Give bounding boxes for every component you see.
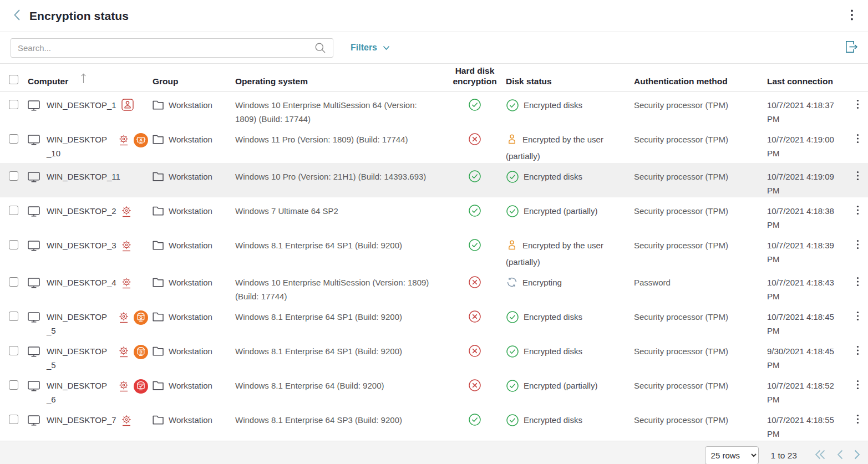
authentication-method-text: Security processor (TPM) [634, 312, 728, 322]
rows-per-page-select[interactable]: 25 rows [705, 446, 759, 464]
search-input[interactable] [18, 43, 314, 53]
authentication-method-cell: Security processor (TPM) [634, 303, 767, 338]
row-checkbox[interactable] [9, 171, 18, 181]
column-header-disk-status[interactable]: Disk status [506, 75, 634, 86]
computer-name[interactable]: WIN​_DESKTOP​_4 [47, 276, 116, 289]
column-header-group[interactable]: Group [153, 75, 235, 86]
export-button[interactable] [844, 39, 859, 57]
authentication-method-text: Security processor (TPM) [634, 346, 728, 356]
disk-status-cell: Encrypted disks [506, 406, 634, 441]
computer-cell: WIN​_DESKTOP​_10 [28, 126, 153, 163]
row-checkbox[interactable] [9, 380, 18, 390]
check-circle-icon [506, 310, 519, 328]
row-menu-button[interactable] [847, 126, 868, 163]
disk-status-cell: Encrypted disks [506, 163, 634, 197]
toolbar: Filters [0, 32, 868, 64]
row-checkbox[interactable] [9, 206, 18, 215]
column-header-computer[interactable]: Computer [28, 72, 153, 86]
group-cell: Workstation [153, 126, 235, 163]
person-square-badge-icon [121, 99, 134, 111]
chevron-left-icon [837, 450, 843, 462]
column-header-last-connection[interactable]: Last connection [767, 75, 847, 86]
gear-badge-icon [121, 240, 131, 252]
row-menu-button[interactable] [847, 163, 868, 197]
row-menu-button[interactable] [847, 91, 868, 126]
row-menu-button[interactable] [847, 232, 868, 269]
authentication-method-cell: Security processor (TPM) [634, 232, 767, 269]
hde-header-line2: encryption [444, 76, 506, 86]
row-checkbox[interactable] [9, 415, 18, 424]
computer-name[interactable]: WIN​_DESKTOP​_5 [47, 310, 114, 338]
filters-button[interactable]: Filters [351, 43, 390, 53]
previous-page-button[interactable] [837, 450, 843, 462]
computer-name[interactable]: WIN​_DESKTOP​_1 [47, 98, 116, 112]
monitor-icon [28, 135, 40, 145]
row-checkbox[interactable] [9, 312, 18, 321]
authentication-method-text: Security processor (TPM) [634, 172, 728, 181]
row-checkbox[interactable] [9, 277, 18, 287]
monitor-icon [28, 346, 40, 357]
computer-name[interactable]: WIN​_DESKTOP​_7 [47, 413, 116, 427]
disk-status-text: Encrypted disks [524, 312, 582, 322]
sort-ascending-icon [80, 73, 87, 86]
row-checkbox[interactable] [9, 240, 18, 249]
last-connection-text: 10/7/2021 4:18:55 PM [767, 415, 834, 438]
table-row: WIN​_DESKTOP​_11 Workstation Windows 10 … [0, 163, 868, 197]
kebab-menu-icon [856, 416, 859, 426]
chevron-down-icon [383, 43, 390, 53]
folder-icon [153, 381, 164, 390]
row-checkbox[interactable] [9, 134, 18, 144]
computer-name[interactable]: WIN​_DESKTOP​_6 [47, 379, 114, 406]
x-circle-icon [468, 276, 481, 293]
check-circle-icon [506, 345, 519, 362]
search-box [11, 38, 333, 58]
column-header-operating-system[interactable]: Operating system [235, 75, 444, 86]
disk-status-text: Encrypted by the user (partially) [506, 135, 603, 161]
row-select-cell [0, 163, 28, 197]
monitor-icon [28, 312, 40, 323]
row-checkbox[interactable] [9, 346, 18, 355]
disk-status-text: Encrypted disks [524, 100, 582, 110]
operating-system-cell: Windows 7 Ultimate 64 SP2 [235, 197, 444, 232]
row-select-cell [0, 126, 28, 163]
row-menu-button[interactable] [847, 303, 868, 338]
first-page-button[interactable] [815, 450, 826, 462]
row-menu-button[interactable] [847, 372, 868, 406]
next-page-button[interactable] [854, 450, 860, 462]
select-all-checkbox[interactable] [9, 75, 18, 84]
os-text: Windows 10 Enterprise MultiSession (Vers… [235, 278, 429, 301]
operating-system-cell: Windows 11 Pro (Version: 1809) (Build: 1… [235, 126, 444, 163]
os-text: Windows 10 Enterprise MultiSession 64 (V… [235, 100, 417, 124]
computer-name[interactable]: WIN​_DESKTOP​_3 [47, 238, 116, 252]
select-all-cell [0, 74, 28, 86]
os-text: Windows 8.1 Enterprise 64 SP1 (Build: 92… [235, 346, 402, 356]
column-header-hard-disk-encryption[interactable]: Hard disk encryption [444, 64, 506, 86]
back-button[interactable] [13, 9, 21, 23]
column-header-authentication-method[interactable]: Authentication method [634, 75, 767, 86]
computer-name[interactable]: WIN​_DESKTOP​_2 [47, 204, 116, 218]
gear-badge-icon [121, 277, 131, 289]
page-menu-button[interactable] [847, 7, 857, 26]
check-circle-icon [506, 414, 519, 431]
group-name: Workstation [169, 132, 212, 146]
computer-name[interactable]: WIN​_DESKTOP​_5 [47, 344, 114, 372]
disk-status-text: Encrypted (partially) [524, 206, 597, 216]
row-menu-button[interactable] [847, 338, 868, 372]
last-connection-cell: 10/7/2021 4:18:38 PM [767, 197, 847, 232]
row-menu-button[interactable] [847, 269, 868, 303]
row-checkbox[interactable] [9, 100, 18, 109]
disk-status-cell: Encrypted (partially) [506, 372, 634, 406]
disk-status-text: Encrypted disks [524, 346, 582, 356]
check-circle-icon [468, 238, 481, 256]
search-icon[interactable] [314, 42, 326, 54]
computer-name[interactable]: WIN​_DESKTOP​_10 [47, 132, 114, 160]
computer-name[interactable]: WIN​_DESKTOP​_11 [47, 170, 120, 183]
row-menu-button[interactable] [847, 406, 868, 441]
row-menu-button[interactable] [847, 197, 868, 232]
gear-badge-icon [119, 346, 129, 358]
last-connection-text: 10/7/2021 4:18:43 PM [767, 278, 834, 301]
authentication-method-cell: Password [634, 269, 767, 303]
last-connection-text: 10/7/2021 4:18:39 PM [767, 241, 834, 264]
os-text: Windows 8.1 Enterprise 64 SP3 (Build: 92… [235, 415, 402, 425]
hard-disk-encryption-cell [444, 338, 506, 372]
